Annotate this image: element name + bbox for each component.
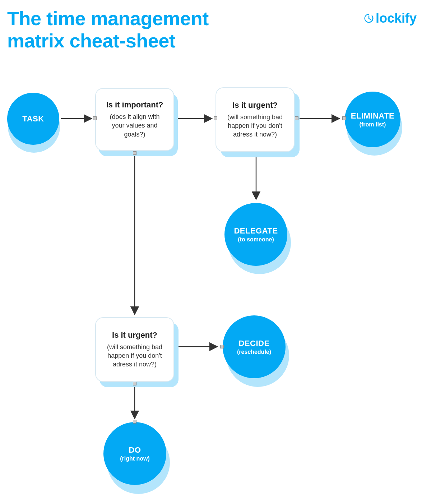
urgent-bottom-question: Is it urgent? [112, 330, 157, 340]
urgent-bottom-node: Is it urgent? (will something bad happen… [95, 317, 174, 382]
delegate-node: DELEGATE (to someone) [224, 203, 287, 266]
decide-node: DECIDE (reschedule) [223, 315, 286, 378]
eliminate-label: ELIMINATE [351, 111, 394, 121]
connectors [0, 0, 431, 504]
urgent-bottom-detail: (will something bad happen if you don't … [104, 343, 166, 369]
connector-marker [214, 116, 217, 120]
eliminate-node: ELIMINATE (from list) [345, 92, 400, 147]
important-detail: (does it align with your values and goal… [104, 112, 166, 139]
decide-sub: (reschedule) [237, 349, 271, 355]
decide-label: DECIDE [238, 339, 269, 348]
do-label: DO [129, 445, 141, 455]
eliminate-sub: (from list) [360, 121, 386, 128]
do-node: DO (right now) [103, 422, 166, 485]
connector-marker [133, 420, 136, 424]
task-node: TASK [7, 93, 59, 145]
delegate-label: DELEGATE [234, 226, 278, 236]
connector-marker [295, 116, 298, 120]
connector-marker [220, 345, 224, 348]
important-node: Is it important? (does it align with you… [95, 88, 174, 151]
connector-marker [93, 116, 97, 120]
urgent-top-question: Is it urgent? [232, 101, 278, 110]
important-question: Is it important? [106, 100, 163, 110]
connector-marker [133, 382, 136, 385]
urgent-top-detail: (will something bad happen if you don't … [224, 113, 286, 139]
task-label: TASK [22, 114, 44, 124]
connector-marker [133, 151, 136, 155]
delegate-sub: (to someone) [238, 236, 274, 243]
do-sub: (right now) [120, 456, 150, 462]
diagram-canvas: TASK Is it important? (does it align wit… [0, 0, 431, 504]
connector-marker [342, 116, 346, 120]
urgent-top-node: Is it urgent? (will something bad happen… [216, 87, 295, 152]
